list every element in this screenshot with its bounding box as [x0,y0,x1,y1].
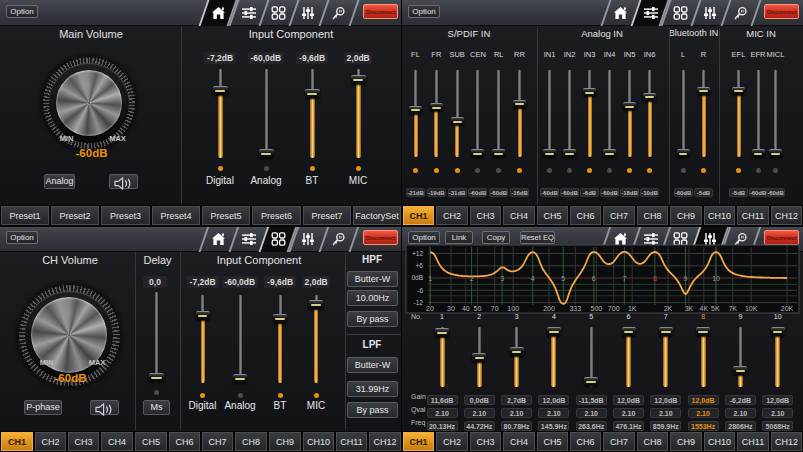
svg-text:5: 5 [561,275,565,282]
svg-text:20K: 20K [781,305,794,312]
svg-text:333: 333 [569,305,581,312]
svg-text:1: 1 [428,275,432,282]
svg-text:4: 4 [531,275,535,282]
svg-text:1K: 1K [628,305,637,312]
svg-text:9: 9 [684,275,688,282]
svg-text:10K: 10K [745,305,758,312]
svg-text:0dB: 0dB [411,274,423,281]
svg-text:5K: 5K [711,305,720,312]
svg-text:7: 7 [622,275,626,282]
svg-text:2K: 2K [664,305,673,312]
svg-text:4K: 4K [700,305,709,312]
svg-text:200: 200 [543,305,555,312]
svg-text:30: 30 [447,305,455,312]
svg-text:+6: +6 [416,262,424,269]
svg-text:-6: -6 [417,287,423,294]
svg-text:-12: -12 [414,299,424,306]
svg-text:40: 40 [462,305,470,312]
svg-text:2: 2 [470,275,474,282]
svg-text:70: 70 [491,305,499,312]
svg-text:6: 6 [592,275,596,282]
svg-text:20: 20 [426,305,434,312]
svg-text:700: 700 [608,305,620,312]
svg-text:50: 50 [474,305,482,312]
svg-text:500: 500 [591,305,603,312]
svg-text:3K: 3K [685,305,694,312]
svg-text:8: 8 [653,275,657,282]
svg-text:7K: 7K [728,305,737,312]
svg-text:10: 10 [712,275,720,282]
svg-text:3: 3 [500,275,504,282]
svg-text:100: 100 [507,305,519,312]
svg-text:+12: +12 [412,250,423,257]
